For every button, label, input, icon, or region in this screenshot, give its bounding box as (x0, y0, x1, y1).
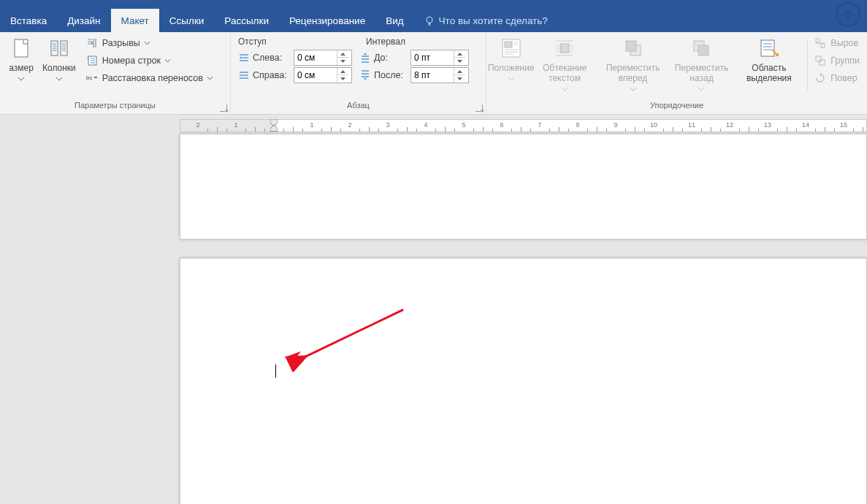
group-icon (814, 55, 826, 66)
chevron-down-icon (18, 77, 24, 81)
spacing-header: Интервал (366, 37, 405, 47)
tab-review[interactable]: Рецензирование (279, 9, 375, 32)
chevron-down-icon (165, 59, 170, 63)
paragraph-dialog-launcher[interactable] (475, 104, 483, 112)
spacing-before-icon (359, 52, 371, 64)
chevron-down-icon (508, 77, 514, 81)
svg-rect-15 (761, 40, 774, 56)
wrap-text-icon (553, 37, 576, 60)
svg-text:1: 1 (87, 56, 89, 61)
align-label: Выров (830, 38, 858, 48)
indent-left-icon (238, 52, 250, 64)
arrange-group-label: Упорядочение (486, 99, 867, 114)
paragraph-text: Абзац (347, 101, 370, 110)
tab-references[interactable]: Ссылки (159, 9, 215, 32)
send-backward-label: Переместить назад (672, 63, 731, 83)
rotate-label: Повер (830, 73, 857, 83)
line-numbers-label: Номера строк (102, 56, 161, 66)
bring-forward-button[interactable]: Переместить вперед (598, 35, 668, 96)
line-numbers-button[interactable]: 1 Номера строк (83, 53, 215, 69)
breaks-button[interactable]: Разрывы (83, 35, 215, 51)
svg-rect-17 (821, 44, 825, 47)
spacing-after-icon (359, 69, 371, 81)
indent-left-input[interactable] (294, 50, 337, 65)
spin-down[interactable] (454, 75, 465, 83)
spin-down[interactable] (337, 58, 348, 65)
spacing-before-input[interactable] (411, 50, 454, 65)
chevron-down-icon (56, 77, 62, 81)
hyphenation-label: Расстановка переносов (102, 73, 203, 83)
tab-layout[interactable]: Макет (111, 9, 159, 32)
spin-down[interactable] (454, 58, 465, 65)
tab-view[interactable]: Вид (375, 9, 413, 32)
page-setup-dialog-launcher[interactable] (220, 104, 227, 112)
bring-forward-icon (622, 37, 645, 60)
spin-up[interactable] (454, 50, 465, 58)
document-page-1-bottom[interactable] (180, 134, 867, 240)
rotate-icon (814, 72, 826, 84)
spacing-after-spinner[interactable] (410, 67, 469, 83)
tell-me-label: Что вы хотите сделать? (439, 15, 548, 26)
tab-mailings[interactable]: Рассылки (214, 9, 279, 32)
position-button[interactable]: Положение (491, 35, 531, 96)
horizontal-ruler[interactable]: 21123456789101112131415 (180, 119, 867, 132)
svg-rect-9 (505, 42, 512, 47)
spacing-after-input[interactable] (411, 68, 454, 83)
size-button[interactable]: азмер (4, 35, 38, 96)
columns-button[interactable]: Колонки (39, 35, 79, 96)
svg-text:bc: bc (86, 75, 92, 81)
breaks-icon (86, 37, 98, 49)
position-label: Положение (488, 63, 534, 73)
bulb-icon (424, 15, 435, 26)
rotate-button[interactable]: Повер (811, 70, 863, 86)
indent-right-label: Справа: (253, 70, 291, 80)
indent-right-icon (238, 69, 250, 81)
spin-up[interactable] (454, 68, 465, 75)
document-page-2[interactable] (180, 258, 867, 504)
spin-up[interactable] (337, 50, 348, 58)
breaks-label: Разрывы (102, 38, 140, 48)
arrange-text: Упорядочение (650, 101, 703, 110)
indent-right-input[interactable] (294, 68, 337, 83)
selection-pane-button[interactable]: Область выделения (736, 35, 803, 96)
page-setup-group-label: Параметры страницы (0, 99, 230, 114)
corner-logo (833, 0, 863, 29)
chevron-down-icon (698, 88, 704, 91)
svg-rect-10 (560, 44, 569, 53)
spacing-after-label: После: (374, 70, 408, 80)
columns-label: Колонки (42, 63, 76, 73)
selection-pane-icon (757, 37, 781, 60)
page-setup-text: Параметры страницы (75, 101, 156, 110)
group-objects-button[interactable]: Группи (811, 53, 863, 69)
size-label: азмер (9, 63, 34, 73)
spin-down[interactable] (337, 75, 348, 83)
chevron-down-icon (562, 88, 568, 91)
hyphenation-button[interactable]: bc Расстановка переносов (83, 70, 215, 86)
wrap-text-button[interactable]: Обтекание текстом (532, 35, 597, 96)
annotation-arrow (279, 306, 410, 372)
svg-point-1 (427, 17, 432, 23)
svg-rect-19 (820, 60, 825, 65)
document-workspace: 21123456789101112131415 (0, 115, 867, 504)
ribbon-tabs: Вставка Дизайн Макет Ссылки Рассылки Рец… (0, 9, 867, 32)
tell-me-search[interactable]: Что вы хотите сделать? (414, 9, 548, 32)
tab-insert[interactable]: Вставка (0, 9, 57, 32)
ribbon: азмер Колонки Разрывы 1 Номера строк (0, 32, 867, 115)
svg-rect-18 (816, 56, 821, 61)
align-icon (814, 37, 826, 49)
indent-right-spinner[interactable] (294, 67, 352, 83)
svg-rect-2 (15, 39, 28, 57)
tab-design[interactable]: Дизайн (57, 9, 110, 32)
wrap-text-label: Обтекание текстом (535, 63, 594, 83)
title-bar (0, 0, 867, 9)
svg-rect-12 (626, 41, 636, 51)
spacing-before-spinner[interactable] (410, 50, 469, 66)
spin-up[interactable] (337, 68, 348, 75)
indent-header: Отступ (238, 37, 366, 47)
selection-pane-label: Область выделения (738, 63, 800, 83)
separator (807, 39, 808, 92)
send-backward-icon (690, 37, 713, 60)
align-button[interactable]: Выров (811, 35, 863, 51)
indent-left-spinner[interactable] (294, 50, 352, 66)
send-backward-button[interactable]: Переместить назад (669, 35, 734, 96)
